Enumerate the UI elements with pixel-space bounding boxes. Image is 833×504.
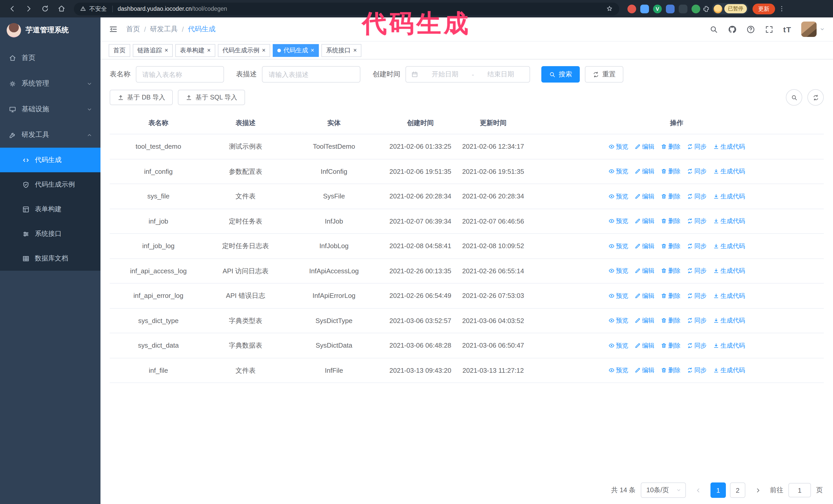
- edit-link[interactable]: 编辑: [634, 291, 654, 301]
- search-button[interactable]: 搜索: [541, 66, 580, 82]
- puzzle-extension-icon[interactable]: [702, 5, 710, 13]
- edit-link[interactable]: 编辑: [634, 167, 654, 176]
- url-bar[interactable]: 不安全 dashboard.yudao.iocoder.cn/tool/code…: [74, 2, 619, 15]
- sidebar-subitem-api[interactable]: 系统接口: [0, 221, 100, 246]
- table-name-input[interactable]: [136, 66, 224, 82]
- extension-icon[interactable]: [679, 4, 687, 13]
- edit-link[interactable]: 编辑: [634, 341, 654, 350]
- sidebar-subitem-codegen-demo[interactable]: 代码生成示例: [0, 172, 100, 197]
- prev-page-button[interactable]: [691, 483, 705, 497]
- github-icon[interactable]: [728, 25, 737, 33]
- sidebar-item-home[interactable]: 首页: [0, 45, 100, 71]
- preview-link[interactable]: 预览: [608, 217, 628, 226]
- sidebar-item-system[interactable]: 系统管理: [0, 71, 100, 96]
- preview-link[interactable]: 预览: [608, 266, 628, 275]
- generate-link[interactable]: 生成代码: [713, 341, 745, 350]
- delete-link[interactable]: 删除: [661, 341, 681, 350]
- page-number-2[interactable]: 2: [730, 482, 745, 498]
- sync-link[interactable]: 同步: [687, 291, 707, 301]
- tag-代码生成[interactable]: 代码生成×: [273, 44, 319, 57]
- generate-link[interactable]: 生成代码: [713, 217, 745, 226]
- fontsize-icon[interactable]: tT: [783, 25, 791, 33]
- close-icon[interactable]: ×: [207, 47, 211, 53]
- sync-link[interactable]: 同步: [687, 241, 707, 251]
- bookmark-star-icon[interactable]: [606, 5, 613, 12]
- reload-icon[interactable]: [38, 2, 52, 16]
- update-button[interactable]: 更新: [753, 3, 775, 14]
- preview-link[interactable]: 预览: [608, 366, 628, 375]
- edit-link[interactable]: 编辑: [634, 217, 654, 226]
- tag-首页[interactable]: 首页: [109, 44, 130, 57]
- extension-icon[interactable]: [666, 4, 674, 13]
- generate-link[interactable]: 生成代码: [713, 142, 745, 151]
- next-page-button[interactable]: [751, 483, 765, 497]
- db-import-button[interactable]: 基于 DB 导入: [110, 90, 173, 105]
- sidebar-collapse-icon[interactable]: [109, 25, 118, 34]
- extension-icon[interactable]: V: [653, 4, 662, 13]
- back-icon[interactable]: [5, 2, 20, 16]
- question-icon[interactable]: [746, 25, 755, 33]
- preview-link[interactable]: 预览: [608, 341, 628, 350]
- delete-link[interactable]: 删除: [661, 142, 681, 151]
- preview-link[interactable]: 预览: [608, 142, 628, 151]
- delete-link[interactable]: 删除: [661, 291, 681, 301]
- sync-link[interactable]: 同步: [687, 217, 707, 226]
- goto-page-input[interactable]: [788, 483, 811, 497]
- extension-icon[interactable]: [640, 4, 649, 13]
- edit-link[interactable]: 编辑: [634, 316, 654, 325]
- delete-link[interactable]: 删除: [661, 241, 681, 251]
- tag-系统接口[interactable]: 系统接口×: [322, 44, 361, 57]
- table-desc-input[interactable]: [262, 66, 360, 82]
- edit-link[interactable]: 编辑: [634, 142, 654, 151]
- generate-link[interactable]: 生成代码: [713, 167, 745, 176]
- edit-link[interactable]: 编辑: [634, 241, 654, 251]
- edit-link[interactable]: 编辑: [634, 366, 654, 375]
- close-icon[interactable]: ×: [311, 47, 314, 53]
- page-number-1[interactable]: 1: [711, 482, 726, 498]
- breadcrumb-item[interactable]: 首页: [126, 25, 140, 34]
- preview-link[interactable]: 预览: [608, 167, 628, 176]
- sync-link[interactable]: 同步: [687, 316, 707, 325]
- app-logo[interactable]: 芋道管理系统: [0, 18, 100, 43]
- tag-链路追踪[interactable]: 链路追踪×: [133, 44, 173, 57]
- preview-link[interactable]: 预览: [608, 241, 628, 251]
- delete-link[interactable]: 删除: [661, 217, 681, 226]
- sidebar-subitem-form-builder[interactable]: 表单构建: [0, 197, 100, 221]
- sync-link[interactable]: 同步: [687, 167, 707, 176]
- sync-link[interactable]: 同步: [687, 266, 707, 275]
- edit-link[interactable]: 编辑: [634, 192, 654, 201]
- tag-代码生成示例[interactable]: 代码生成示例×: [218, 44, 270, 57]
- close-icon[interactable]: ×: [262, 47, 265, 53]
- sidebar-subitem-db-doc[interactable]: 数据库文档: [0, 246, 100, 271]
- preview-link[interactable]: 预览: [608, 192, 628, 201]
- edit-link[interactable]: 编辑: [634, 266, 654, 275]
- preview-link[interactable]: 预览: [608, 316, 628, 325]
- delete-link[interactable]: 删除: [661, 192, 681, 201]
- generate-link[interactable]: 生成代码: [713, 316, 745, 325]
- delete-link[interactable]: 删除: [661, 366, 681, 375]
- sql-import-button[interactable]: 基于 SQL 导入: [178, 90, 245, 105]
- sync-link[interactable]: 同步: [687, 366, 707, 375]
- toggle-search-button[interactable]: [786, 89, 802, 105]
- refresh-table-button[interactable]: [807, 89, 824, 105]
- close-icon[interactable]: ×: [353, 47, 357, 53]
- sidebar-item-infra[interactable]: 基础设施: [0, 96, 100, 122]
- page-size-select[interactable]: 10条/页: [641, 482, 686, 498]
- extension-icon[interactable]: [691, 4, 700, 13]
- close-icon[interactable]: ×: [165, 47, 168, 53]
- extension-icon[interactable]: [627, 4, 636, 13]
- generate-link[interactable]: 生成代码: [713, 291, 745, 301]
- sidebar-item-devtools[interactable]: 研发工具: [0, 122, 100, 148]
- generate-link[interactable]: 生成代码: [713, 266, 745, 275]
- fullscreen-icon[interactable]: [765, 25, 774, 33]
- date-range-picker[interactable]: 开始日期 - 结束日期: [405, 66, 530, 82]
- sync-link[interactable]: 同步: [687, 341, 707, 350]
- tag-表单构建[interactable]: 表单构建×: [175, 44, 215, 57]
- menu-kebab-icon[interactable]: [778, 5, 785, 12]
- delete-link[interactable]: 删除: [661, 167, 681, 176]
- profile-chip[interactable]: 已暂停: [712, 3, 748, 14]
- generate-link[interactable]: 生成代码: [713, 366, 745, 375]
- preview-link[interactable]: 预览: [608, 291, 628, 301]
- home-icon[interactable]: [54, 2, 69, 16]
- user-menu[interactable]: [801, 22, 825, 37]
